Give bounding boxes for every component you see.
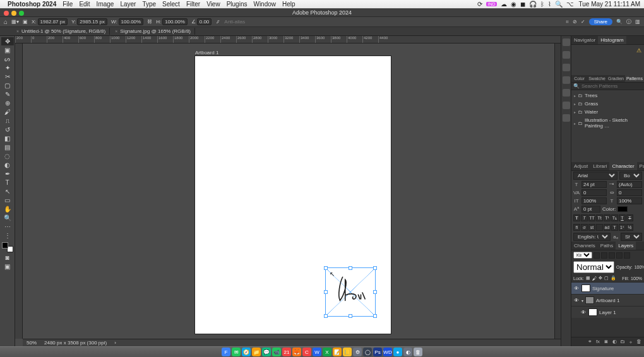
tab-libraries[interactable]: Librari xyxy=(590,162,609,170)
lock-trans-icon[interactable]: ▦ xyxy=(586,276,590,281)
quickmask-toggle[interactable]: ◙ xyxy=(1,254,14,262)
menu-select[interactable]: Select xyxy=(162,1,180,8)
cloud-icon[interactable]: ☁ xyxy=(501,1,507,8)
dock-icon-1[interactable] xyxy=(563,38,570,46)
dock-app[interactable]: 💬 xyxy=(262,348,271,356)
pen-tool[interactable]: ✒ xyxy=(1,170,14,178)
opentype-frac[interactable]: ½ xyxy=(626,224,633,231)
pattern-folder[interactable]: ▸🗀Grass xyxy=(571,100,644,108)
skew-icon[interactable]: ⫽ xyxy=(215,19,220,25)
sync-icon[interactable]: ⟳ xyxy=(477,1,482,8)
dock-icon-3[interactable] xyxy=(563,64,570,71)
window-zoom-button[interactable] xyxy=(19,11,24,16)
heal-tool[interactable]: ⊕ xyxy=(1,99,14,107)
smallcaps-button[interactable]: Tt xyxy=(596,214,603,221)
control-center-icon[interactable]: ⌥ xyxy=(566,1,574,8)
gradient-tool[interactable]: ▤ xyxy=(1,143,14,151)
tab-adjustments[interactable]: Adjust xyxy=(571,162,590,170)
dock-icon-2[interactable] xyxy=(563,51,570,59)
window-close-button[interactable] xyxy=(4,11,9,16)
opentype-1st[interactable]: 1ˢ xyxy=(619,224,626,231)
shape-tool[interactable]: ▭ xyxy=(1,196,14,204)
chevron-down-icon[interactable]: ▾ xyxy=(581,298,583,303)
record-icon[interactable]: ◉ xyxy=(511,1,516,8)
tab-gradients[interactable]: Gradien xyxy=(607,75,625,82)
strikethrough-button[interactable]: T xyxy=(626,214,633,221)
menu-image[interactable]: Image xyxy=(97,1,114,8)
search-icon[interactable]: 🔍 xyxy=(555,1,563,8)
lock-pixels-icon[interactable]: 🖌 xyxy=(592,276,597,281)
dock-app[interactable]: 🗑 xyxy=(414,348,422,356)
subscript-button[interactable]: T₁ xyxy=(611,214,618,221)
fg-bg-colors[interactable] xyxy=(1,242,14,253)
tab-color[interactable]: Color xyxy=(571,75,587,82)
tab-channels[interactable]: Channels xyxy=(571,242,598,250)
dock-icon-5[interactable] xyxy=(563,89,570,97)
layer-filter-kind[interactable]: Kind xyxy=(573,252,592,259)
menu-edit[interactable]: Edit xyxy=(79,1,90,8)
dock-app[interactable]: X xyxy=(323,348,331,356)
warp-icon[interactable]: ⌗ xyxy=(566,19,569,25)
search-ps-icon[interactable]: 🔍 xyxy=(616,19,623,25)
opentype-sigma[interactable]: σ xyxy=(581,224,588,231)
layer-thumbnail[interactable] xyxy=(581,284,590,292)
dodge-tool[interactable]: ◐ xyxy=(1,161,14,169)
language-select[interactable]: English: USA xyxy=(573,233,611,241)
lock-pos-icon[interactable]: ✥ xyxy=(599,276,602,281)
transform-handle-s[interactable] xyxy=(349,314,352,318)
vscale-field[interactable]: 100% xyxy=(581,197,607,204)
link-layers-icon[interactable]: ⚭ xyxy=(587,339,593,345)
commit-transform-icon[interactable]: ✓ xyxy=(581,19,585,25)
brush-tool[interactable]: 🖌 xyxy=(1,108,14,116)
menubar-clock[interactable]: Tue May 21 11:11 AM xyxy=(579,1,640,8)
filter-pixel-icon[interactable] xyxy=(593,252,600,259)
hscale-field[interactable]: 100% xyxy=(617,197,642,204)
interpolation-field[interactable]: Anti-alias xyxy=(224,19,245,25)
zoom-tool[interactable]: 🔍 xyxy=(1,214,14,222)
ruler-horizontal[interactable]: 2000200400600800100012001400160018002000… xyxy=(15,36,561,44)
tab-navigator[interactable]: Navigator xyxy=(571,36,598,44)
filter-shape-icon[interactable] xyxy=(616,252,623,259)
blur-tool[interactable]: ◌ xyxy=(1,152,14,160)
dock-app[interactable]: W xyxy=(313,348,321,356)
ind-icon[interactable]: IND xyxy=(486,2,496,6)
menu-help[interactable]: Help xyxy=(282,1,295,8)
dock-icon-6[interactable] xyxy=(563,102,570,109)
tab-paths[interactable]: Paths xyxy=(598,242,616,250)
share-button[interactable]: Share xyxy=(589,18,612,25)
workspace-switcher-icon[interactable]: ▥ xyxy=(635,19,640,25)
artboard-label[interactable]: Artboard 1 xyxy=(195,50,218,56)
fx-icon[interactable]: fx xyxy=(595,339,601,345)
artboard-tool[interactable]: ▣ xyxy=(1,46,14,54)
dock-app[interactable]: ◐ xyxy=(403,348,412,356)
dock-app[interactable]: 🦊 xyxy=(292,348,301,356)
dock-app[interactable]: F xyxy=(222,348,230,356)
menu-view[interactable]: View xyxy=(206,1,220,8)
wand-tool[interactable]: ✦ xyxy=(1,64,14,72)
dock-app[interactable]: 📒 xyxy=(343,348,352,356)
screenmode-toggle[interactable]: ▣ xyxy=(1,262,14,271)
path-tool[interactable]: ↖ xyxy=(1,187,14,196)
ruler-vertical[interactable] xyxy=(15,44,23,339)
artboard-thumbnail[interactable] xyxy=(585,296,594,304)
dock-app[interactable]: ✉ xyxy=(232,348,241,356)
y-field[interactable]: 2985.15 px xyxy=(77,18,107,25)
reference-point-icon[interactable]: ▣ xyxy=(23,19,28,25)
menu-type[interactable]: Type xyxy=(142,1,156,8)
dock-icon-7[interactable] xyxy=(563,114,570,122)
w-field[interactable]: 100.00% xyxy=(119,18,144,25)
lock-all-icon[interactable]: 🔒 xyxy=(611,276,616,281)
dock-app[interactable]: C xyxy=(302,348,311,356)
allcaps-button[interactable]: TT xyxy=(588,214,595,221)
dock-app[interactable]: Ps xyxy=(373,348,382,356)
transform-handle-w[interactable] xyxy=(324,290,328,294)
frame-tool[interactable]: ▢ xyxy=(1,81,14,90)
canvas-area[interactable]: 2000200400600800100012001400160018002000… xyxy=(15,36,561,346)
tab-layers[interactable]: Layers xyxy=(616,242,636,250)
layer-name[interactable]: Signature xyxy=(592,286,614,291)
opacity-field[interactable]: 100% xyxy=(635,265,644,269)
visibility-icon[interactable]: 👁 xyxy=(573,286,580,291)
tab-patterns[interactable]: Patterns xyxy=(625,75,644,82)
tab-histogram[interactable]: Histogram xyxy=(598,36,626,44)
lasso-tool[interactable]: ᔕ xyxy=(1,55,14,63)
